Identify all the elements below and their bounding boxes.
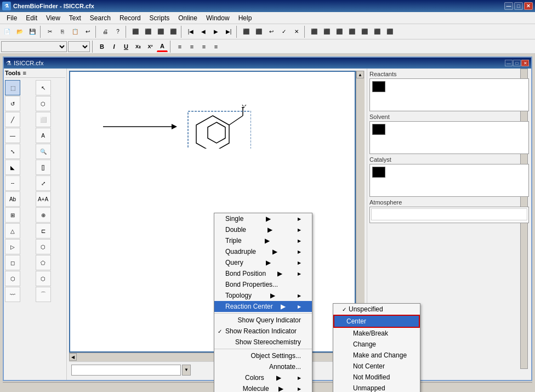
ctx-double[interactable]: Double ▶ <box>214 224 312 235</box>
tool-label[interactable]: A+A <box>36 191 51 207</box>
tool-rotate[interactable]: ↺ <box>5 96 20 111</box>
atmosphere-input[interactable] <box>371 208 527 220</box>
toolbar-d6[interactable]: ⬛ <box>371 26 383 38</box>
toolbar-b4[interactable]: ⬛ <box>167 26 179 38</box>
tool-wave[interactable]: 〰 <box>5 287 20 302</box>
toolbar-d4[interactable]: ⬛ <box>346 26 358 38</box>
menu-help[interactable]: Help <box>234 12 257 24</box>
tool-ring3[interactable]: ⬡ <box>36 239 51 254</box>
ctx-object-settings[interactable]: Object Settings... <box>214 350 312 361</box>
tool-wedge[interactable]: ◣ <box>5 160 20 175</box>
tool-text[interactable]: A <box>36 128 51 143</box>
sub-not-center[interactable]: Not Center <box>333 361 420 372</box>
menu-view[interactable]: View <box>42 12 65 24</box>
inner-close[interactable]: ✕ <box>521 60 529 66</box>
ctx-topology[interactable]: Topology ▶ <box>214 290 312 301</box>
ctx-triple[interactable]: Triple ▶ <box>214 235 312 246</box>
toolbar-b2[interactable]: ⬛ <box>142 26 154 38</box>
toolbar-b3[interactable]: ⬛ <box>155 26 167 38</box>
toolbar-c1[interactable]: ⬛ <box>240 26 252 38</box>
font-family-select[interactable] <box>1 41 67 52</box>
menu-file[interactable]: File <box>2 12 21 24</box>
toolbar-paste[interactable]: 📋 <box>69 26 81 38</box>
subscript-button[interactable]: X₂ <box>133 41 144 52</box>
tool-select[interactable]: ⬚ <box>5 80 20 95</box>
tool-lasso[interactable]: ⬡ <box>36 96 51 111</box>
color-button[interactable]: A <box>157 41 168 52</box>
toolbar-copy[interactable]: ⎘ <box>56 26 69 38</box>
toolbar-d1[interactable]: ⬛ <box>308 26 320 38</box>
sub-center[interactable]: Center <box>333 315 420 328</box>
tool-sgroup[interactable]: ⊏ <box>36 223 51 238</box>
ctx-show-query[interactable]: Show Query Indicator <box>214 315 312 326</box>
underline-button[interactable]: U <box>121 41 132 52</box>
search-input[interactable] <box>71 365 181 376</box>
tool-ring4[interactable]: ◻ <box>5 255 20 270</box>
scrollbar-horizontal[interactable]: ◀ <box>69 353 356 361</box>
tool-dash[interactable]: ╌ <box>5 175 20 191</box>
sub-change[interactable]: Change <box>333 339 420 350</box>
ctx-show-reaction[interactable]: Show Reaction Indicator <box>214 326 312 337</box>
tool-arrow[interactable]: ↖ <box>36 80 51 95</box>
ctx-colors[interactable]: Colors ▶ <box>214 372 312 383</box>
toolbar-new[interactable]: 📄 <box>1 26 13 38</box>
font-size-select[interactable] <box>68 41 90 52</box>
menu-window[interactable]: Window <box>202 12 234 24</box>
ctx-show-stereo[interactable]: Show Stereochemistry <box>214 337 312 348</box>
tool-table[interactable]: ⊞ <box>5 207 20 223</box>
toolbar-d7[interactable]: ⬛ <box>384 26 396 38</box>
menu-scripts[interactable]: Scripts <box>145 12 174 24</box>
inner-minimize[interactable]: — <box>505 60 513 66</box>
ctx-query[interactable]: Query ▶ <box>214 257 312 268</box>
align-right[interactable]: ≡ <box>198 41 209 52</box>
tool-chain2[interactable]: ⤢ <box>36 175 51 191</box>
toolbar-c4[interactable]: ✓ <box>278 26 290 38</box>
reaction-canvas[interactable]: O <box>69 71 356 353</box>
minimize-button[interactable]: — <box>504 2 513 10</box>
ctx-annotate[interactable]: Annotate... <box>214 361 312 372</box>
menu-edit[interactable]: Edit <box>21 12 42 24</box>
sub-make-and-change[interactable]: Make and Change <box>333 350 420 361</box>
tools-menu-icon[interactable]: ≡ <box>23 70 26 76</box>
align-left[interactable]: ≡ <box>174 41 185 52</box>
menu-record[interactable]: Record <box>115 12 145 24</box>
sub-make-break[interactable]: Make/Break <box>333 328 420 339</box>
align-center[interactable]: ≡ <box>186 41 197 52</box>
toolbar-print[interactable]: 🖨 <box>99 26 111 38</box>
tool-ring1[interactable]: △ <box>5 223 20 238</box>
tool-query[interactable]: 🔍 <box>36 144 51 159</box>
bold-button[interactable]: B <box>96 41 107 52</box>
toolbar-c3[interactable]: ↩ <box>265 26 277 38</box>
list-button[interactable]: ≡ <box>210 41 221 52</box>
tool-line[interactable]: ╱ <box>5 112 20 127</box>
toolbar-prev[interactable]: |◀ <box>185 26 197 38</box>
toolbar-cut[interactable]: ✂ <box>44 26 56 38</box>
ctx-reaction-center[interactable]: Reaction Center ▶ <box>214 301 312 312</box>
sub-unmapped[interactable]: Unmapped <box>333 383 420 392</box>
toolbar-c5[interactable]: ✕ <box>291 26 303 38</box>
tool-arc[interactable]: ⌒ <box>36 287 51 302</box>
sub-not-modified[interactable]: Not Modified <box>333 372 420 383</box>
ctx-bond-properties[interactable]: Bond Properties... <box>214 279 312 290</box>
inner-maximize[interactable]: □ <box>513 60 521 66</box>
ctx-molecule[interactable]: Molecule ▶ <box>214 383 312 392</box>
tool-bond[interactable]: — <box>5 128 20 143</box>
ctx-single[interactable]: Single ▶ <box>214 213 312 224</box>
superscript-button[interactable]: X² <box>145 41 156 52</box>
close-button[interactable]: ✕ <box>524 2 533 10</box>
tool-ring2[interactable]: ▷ <box>5 239 20 254</box>
input-scroll[interactable]: ▼ <box>182 365 191 376</box>
tool-atom[interactable]: ⊕ <box>36 207 51 223</box>
tool-chain[interactable]: ⤡ <box>5 144 20 159</box>
tool-ring6[interactable]: ⬡ <box>5 271 20 286</box>
tool-abbrev[interactable]: Ab <box>5 191 20 207</box>
tool-ring7[interactable]: ⬡ <box>36 271 51 286</box>
tool-bracket[interactable]: [] <box>36 160 51 175</box>
toolbar-help-btn[interactable]: ? <box>112 26 124 38</box>
toolbar-d5[interactable]: ⬛ <box>358 26 371 38</box>
toolbar-play[interactable]: ▶ <box>210 26 222 38</box>
toolbar-c2[interactable]: ⬛ <box>253 26 265 38</box>
menu-online[interactable]: Online <box>174 12 202 24</box>
toolbar-d3[interactable]: ⬛ <box>333 26 345 38</box>
menu-search[interactable]: Search <box>86 12 115 24</box>
